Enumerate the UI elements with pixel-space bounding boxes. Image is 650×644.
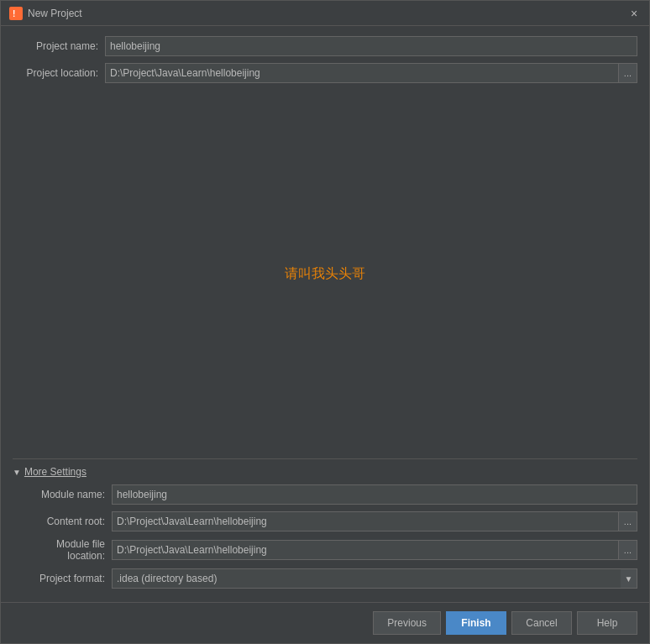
module-name-input-wrapper — [112, 484, 637, 505]
project-name-row: Project name: — [13, 36, 637, 56]
content-root-browse-button[interactable]: ... — [619, 511, 637, 531]
module-file-location-browse-button[interactable]: ... — [619, 540, 637, 560]
close-button[interactable]: × — [627, 7, 641, 20]
module-file-location-label: Module file location: — [19, 538, 112, 562]
project-location-label: Project location: — [13, 67, 105, 79]
module-file-location-input-wrapper: ... — [112, 540, 637, 560]
more-settings-header[interactable]: ▼ More Settings — [13, 466, 637, 478]
app-icon: ! — [9, 7, 23, 20]
watermark-text: 请叫我头头哥 — [285, 265, 365, 283]
module-name-input[interactable] — [112, 484, 637, 505]
project-location-input[interactable] — [105, 63, 619, 83]
svg-text:!: ! — [13, 9, 15, 18]
module-file-location-input[interactable] — [112, 540, 619, 560]
new-project-dialog: ! New Project × Project name: Project lo… — [0, 0, 650, 644]
finish-button[interactable]: Finish — [446, 611, 506, 635]
dialog-footer: Previous Finish Cancel Help — [1, 602, 649, 643]
titlebar: ! New Project × — [1, 1, 649, 26]
project-format-dropdown-wrapper: .idea (directory based) Eclipse (.classp… — [112, 568, 637, 589]
project-name-input-wrapper — [105, 36, 637, 56]
project-format-label: Project format: — [19, 573, 112, 584]
project-name-label: Project name: — [13, 40, 105, 52]
more-settings-label: More Settings — [24, 466, 86, 478]
content-root-label: Content root: — [19, 516, 112, 527]
module-name-label: Module name: — [19, 489, 112, 500]
project-location-input-wrapper: ... — [105, 63, 637, 83]
project-location-browse-button[interactable]: ... — [619, 63, 637, 83]
module-name-row: Module name: — [19, 484, 637, 505]
project-format-select[interactable]: .idea (directory based) Eclipse (.classp… — [112, 568, 637, 589]
dialog-content: Project name: Project location: ... 请叫我头… — [1, 26, 649, 602]
project-name-input[interactable] — [105, 36, 637, 56]
previous-button[interactable]: Previous — [373, 611, 441, 635]
project-location-row: Project location: ... — [13, 63, 637, 83]
project-format-row: Project format: .idea (directory based) … — [19, 568, 637, 589]
content-root-input[interactable] — [112, 511, 619, 531]
titlebar-left: ! New Project — [9, 7, 82, 20]
more-settings-arrow-icon: ▼ — [13, 468, 21, 477]
more-settings-section: ▼ More Settings Module name: Content roo… — [13, 458, 637, 595]
content-root-input-wrapper: ... — [112, 511, 637, 531]
cancel-button[interactable]: Cancel — [511, 611, 572, 635]
dialog-title: New Project — [28, 8, 82, 19]
content-root-row: Content root: ... — [19, 511, 637, 531]
watermark-area: 请叫我头头哥 — [13, 90, 637, 458]
module-file-location-row: Module file location: ... — [19, 538, 637, 562]
more-settings-form: Module name: Content root: ... Module fi… — [13, 484, 637, 589]
help-button[interactable]: Help — [577, 611, 637, 635]
